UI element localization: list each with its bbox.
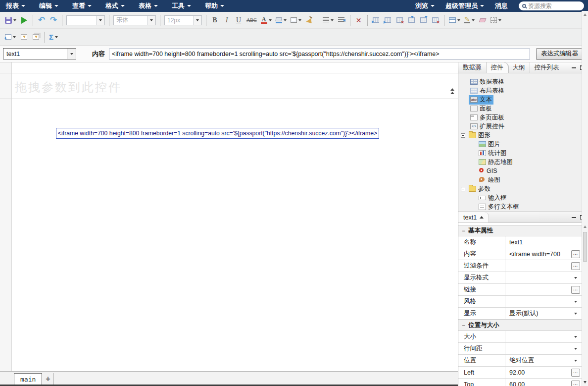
merge-cell-button[interactable] — [447, 14, 462, 27]
tree-item[interactable]: 布局表格 — [458, 86, 588, 95]
sidebar-tab[interactable]: 数据源 — [458, 62, 487, 73]
font-size-combo[interactable]: 12px — [164, 15, 202, 25]
run-button[interactable] — [18, 14, 30, 27]
filter-button[interactable] — [18, 31, 30, 44]
delete-button[interactable]: ✕ — [353, 14, 365, 27]
tree-item[interactable]: 数据表格 — [458, 77, 588, 86]
minimize-icon[interactable] — [572, 217, 576, 218]
scrollbar-thumb[interactable] — [583, 232, 587, 262]
messages-menu[interactable]: 消息 — [495, 1, 508, 10]
tree-item[interactable]: 参数 — [458, 184, 588, 193]
tree-collapse-icon[interactable] — [461, 187, 465, 191]
dropdown-button[interactable] — [574, 313, 577, 315]
save-button[interactable] — [3, 14, 18, 27]
strikethrough-button[interactable]: ABC — [245, 14, 259, 27]
tree-item[interactable]: 图形 — [458, 131, 588, 140]
tree-item[interactable]: 多页面板 — [458, 113, 588, 122]
menu-item[interactable]: 编辑 — [39, 1, 58, 10]
property-scrollbar[interactable] — [582, 223, 588, 386]
sidebar-tab[interactable]: 控件 — [487, 62, 508, 73]
tree-item[interactable]: 面板 — [458, 104, 588, 113]
undo-button[interactable]: ↶ — [36, 14, 48, 27]
ellipsis-button[interactable]: … — [571, 262, 580, 270]
insert-row-above-button[interactable] — [370, 14, 382, 27]
italic-button[interactable]: I — [221, 14, 233, 27]
resource-search-input[interactable]: 资源搜索 — [519, 1, 584, 10]
tree-item[interactable]: 绘图 — [458, 175, 588, 184]
property-value[interactable]: 显示(默认) — [505, 308, 570, 319]
border-button[interactable] — [289, 14, 303, 27]
user-menu[interactable]: 超级管理员 — [445, 1, 484, 10]
tree-item[interactable]: 统计图 — [458, 149, 588, 158]
expression-editor-button[interactable]: 表达式编辑器 — [536, 48, 583, 60]
content-input[interactable] — [109, 49, 530, 59]
menu-item[interactable]: 格式 — [105, 1, 125, 10]
sidebar-tab[interactable]: 控件列表 — [530, 62, 564, 73]
property-value[interactable]: 60.00 — [505, 379, 570, 386]
wrap-button[interactable] — [336, 14, 347, 27]
dropdown-button[interactable] — [574, 301, 577, 303]
sidebar-tab[interactable]: 大纲 — [508, 62, 530, 73]
property-value[interactable]: text1 — [505, 236, 570, 248]
menu-item[interactable]: 查看 — [72, 1, 92, 10]
text1-element[interactable]: <iframe width=700 height=800 frameborder… — [56, 128, 379, 139]
insert-row-below-button[interactable] — [382, 14, 394, 27]
sheet-tab-main[interactable]: main — [14, 373, 42, 385]
chevron-down-icon[interactable] — [96, 16, 104, 25]
ellipsis-button[interactable]: … — [571, 381, 580, 386]
redo-button[interactable]: ↷ — [48, 14, 59, 27]
ellipsis-button[interactable]: … — [571, 369, 580, 377]
fill-color-button[interactable] — [274, 14, 289, 27]
insert-col-right-button[interactable] — [418, 14, 430, 27]
scroll-up-icon[interactable] — [584, 13, 587, 16]
split-cell-button[interactable] — [489, 14, 503, 27]
browse-menu[interactable]: 浏览 — [415, 1, 435, 10]
collapse-param-band-button[interactable] — [450, 88, 454, 94]
tree-item[interactable]: 静态地图 — [458, 158, 588, 166]
bold-button[interactable]: B — [209, 14, 221, 27]
ellipsis-button[interactable]: … — [571, 250, 580, 258]
align-button[interactable] — [321, 14, 336, 27]
tree-item[interactable]: 多行文本框 — [458, 202, 588, 211]
control-selector[interactable]: text1 — [3, 48, 76, 59]
minimize-icon[interactable] — [572, 67, 576, 68]
tree-item[interactable]: 输入框 — [458, 193, 588, 202]
font-family-combo[interactable]: 宋体 — [113, 15, 156, 25]
dropdown-button[interactable] — [574, 277, 577, 279]
property-value[interactable]: <iframe width=700 — [505, 248, 570, 260]
property-value[interactable] — [505, 260, 570, 272]
report-canvas[interactable]: 拖拽参数到此控件 <iframe width=700 height=800 fr… — [0, 62, 458, 386]
property-value[interactable]: 92.00 — [505, 367, 570, 378]
dropdown-button[interactable] — [574, 336, 577, 338]
ellipsis-button[interactable]: … — [571, 286, 580, 294]
style-combo[interactable] — [66, 15, 105, 25]
underline-button[interactable]: U — [233, 14, 245, 27]
tree-item[interactable]: GIS — [458, 166, 588, 175]
menu-item[interactable]: 工具 — [172, 1, 191, 10]
dropdown-button[interactable] — [574, 360, 577, 362]
chevron-down-icon[interactable] — [193, 16, 201, 25]
draw-border-button[interactable]: ✎ — [462, 14, 477, 27]
chevron-down-icon[interactable] — [147, 16, 155, 25]
menu-item[interactable]: 帮助 — [205, 1, 224, 10]
format-painter-button[interactable] — [303, 14, 315, 27]
property-value[interactable] — [505, 296, 570, 307]
multi-filter-button[interactable] — [30, 31, 42, 44]
property-value[interactable] — [505, 343, 570, 354]
add-sheet-button[interactable]: + — [42, 373, 54, 385]
delete-col-button[interactable]: ✕ — [430, 14, 441, 27]
erase-border-button[interactable] — [477, 14, 489, 27]
delete-row-button[interactable]: ✕ — [394, 14, 406, 27]
property-value[interactable] — [505, 272, 570, 283]
summary-button[interactable]: Σ — [47, 31, 60, 44]
tree-item[interactable]: 图片 — [458, 140, 588, 149]
dropdown-button[interactable] — [574, 348, 577, 350]
property-value[interactable] — [505, 331, 570, 342]
menu-item[interactable]: 表格 — [139, 1, 158, 10]
property-value[interactable] — [505, 284, 570, 295]
scroll-up-icon[interactable] — [584, 225, 587, 228]
property-value[interactable]: 绝对位置 — [505, 355, 570, 366]
insert-col-left-button[interactable] — [406, 14, 418, 27]
section-basic-properties[interactable]: − 基本属性 — [458, 225, 582, 236]
font-color-button[interactable]: A — [259, 14, 274, 27]
